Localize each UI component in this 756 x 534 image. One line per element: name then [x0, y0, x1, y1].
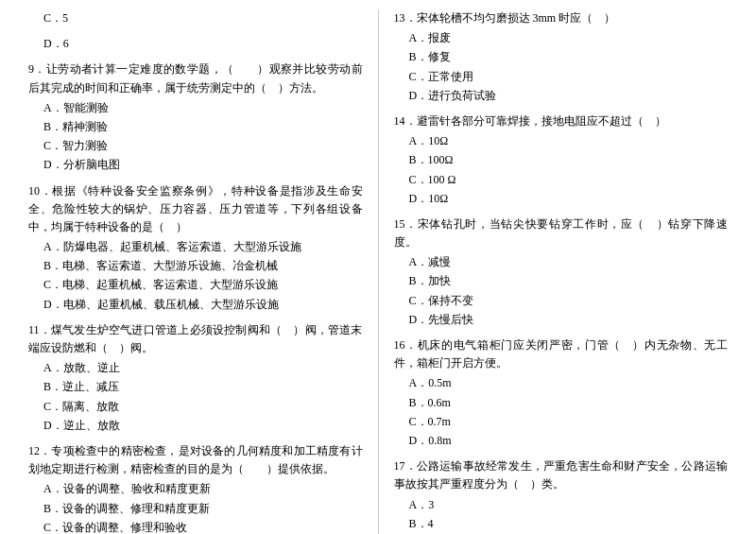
question-12-option-b: B．设备的调整、修理和精度更新 [28, 500, 363, 518]
question-12-option-a: A．设备的调整、验收和精度更新 [28, 480, 363, 498]
question-14: 14．避雷针各部分可靠焊接，接地电阻应不超过（ ） A．10Ω B．100Ω C… [394, 112, 729, 208]
question-14-option-d: D．10Ω [394, 190, 729, 208]
question-d6: D．6 [28, 35, 363, 53]
question-10-option-d: D．电梯、起重机械、载压机械、大型游乐设施 [28, 296, 363, 314]
option-c5: C．5 [28, 9, 363, 27]
question-15-option-c: C．保持不变 [394, 292, 729, 310]
question-16-title: 16．机床的电气箱柜门应关闭严密，门管（ ）内无杂物、无工件，箱柜门开启方便。 [394, 336, 729, 372]
question-12: 12．专项检查中的精密检查，是对设备的几何精度和加工精度有计划地定期进行检测，精… [28, 442, 363, 534]
left-column: C．5 D．6 9．让劳动者计算一定难度的数学题，（ ）观察并比较劳动前后其完成… [28, 9, 379, 534]
question-10-option-c: C．电梯、起重机械、客运索道、大型游乐设施 [28, 276, 363, 294]
question-15-option-a: A．减慢 [394, 253, 729, 271]
question-17-option-a: A．3 [394, 496, 729, 514]
question-16: 16．机床的电气箱柜门应关闭严密，门管（ ）内无杂物、无工件，箱柜门开启方便。 … [394, 336, 729, 450]
question-15-option-b: B．加快 [394, 272, 729, 290]
question-15-title: 15．宋体钻孔时，当钻尖快要钻穿工作时，应（ ）钻穿下降速度。 [394, 215, 729, 251]
question-9-option-b: B．精神测验 [28, 118, 363, 136]
question-10: 10．根据《特种设备安全监察条例》，特种设备是指涉及生命安全、危险性较大的锅炉、… [28, 182, 363, 314]
question-13-title: 13．宋体轮槽不均匀磨损达 3mm 时应（ ） [394, 9, 729, 27]
question-16-option-a: A．0.5m [394, 374, 729, 392]
question-15: 15．宋体钻孔时，当钻尖快要钻穿工作时，应（ ）钻穿下降速度。 A．减慢 B．加… [394, 215, 729, 329]
question-15-option-d: D．先慢后快 [394, 311, 729, 329]
question-16-option-d: D．0.8m [394, 432, 729, 450]
question-13: 13．宋体轮槽不均匀磨损达 3mm 时应（ ） A．报废 B．修复 C．正常使用… [394, 9, 729, 105]
question-10-option-a: A．防爆电器、起重机械、客运索道、大型游乐设施 [28, 238, 363, 256]
question-14-option-b: B．100Ω [394, 151, 729, 169]
question-13-option-b: B．修复 [394, 48, 729, 66]
question-17-option-b: B．4 [394, 515, 729, 533]
question-17-title: 17．公路运输事故经常发生，严重危害生命和财产安全，公路运输事故按其严重程度分为… [394, 457, 729, 493]
page-container: C．5 D．6 9．让劳动者计算一定难度的数学题，（ ）观察并比较劳动前后其完成… [28, 9, 728, 534]
option-d6: D．6 [28, 35, 363, 53]
question-17: 17．公路运输事故经常发生，严重危害生命和财产安全，公路运输事故按其严重程度分为… [394, 457, 729, 534]
question-12-option-c: C．设备的调整、修理和验收 [28, 519, 363, 534]
question-14-option-a: A．10Ω [394, 132, 729, 150]
question-9-option-a: A．智能测验 [28, 99, 363, 117]
right-column: 13．宋体轮槽不均匀磨损达 3mm 时应（ ） A．报废 B．修复 C．正常使用… [379, 9, 729, 534]
question-9-option-c: C．智力测验 [28, 137, 363, 155]
question-10-title: 10．根据《特种设备安全监察条例》，特种设备是指涉及生命安全、危险性较大的锅炉、… [28, 182, 363, 237]
question-13-option-c: C．正常使用 [394, 68, 729, 86]
question-9: 9．让劳动者计算一定难度的数学题，（ ）观察并比较劳动前后其完成的时间和正确率，… [28, 60, 363, 174]
question-13-option-a: A．报废 [394, 29, 729, 47]
question-16-option-c: C．0.7m [394, 413, 729, 431]
question-10-option-b: B．电梯、客运索道、大型游乐设施、冶金机械 [28, 257, 363, 275]
question-11-option-c: C．隔离、放散 [28, 398, 363, 416]
question-11: 11．煤气发生炉空气进口管道上必须设控制阀和（ ）阀，管道末端应设防燃和（ ）阀… [28, 321, 363, 435]
question-11-title: 11．煤气发生炉空气进口管道上必须设控制阀和（ ）阀，管道末端应设防燃和（ ）阀… [28, 321, 363, 357]
question-11-option-a: A．放散、逆止 [28, 359, 363, 377]
question-14-option-c: C．100 Ω [394, 171, 729, 189]
question-16-option-b: B．0.6m [394, 394, 729, 412]
question-14-title: 14．避雷针各部分可靠焊接，接地电阻应不超过（ ） [394, 112, 729, 130]
question-11-option-d: D．逆止、放散 [28, 417, 363, 435]
question-11-option-b: B．逆止、减压 [28, 378, 363, 396]
question-12-title: 12．专项检查中的精密检查，是对设备的几何精度和加工精度有计划地定期进行检测，精… [28, 442, 363, 478]
question-13-option-d: D．进行负荷试验 [394, 87, 729, 105]
question-9-option-d: D．分析脑电图 [28, 156, 363, 174]
question-c5: C．5 [28, 9, 363, 27]
question-9-title: 9．让劳动者计算一定难度的数学题，（ ）观察并比较劳动前后其完成的时间和正确率，… [28, 60, 363, 96]
